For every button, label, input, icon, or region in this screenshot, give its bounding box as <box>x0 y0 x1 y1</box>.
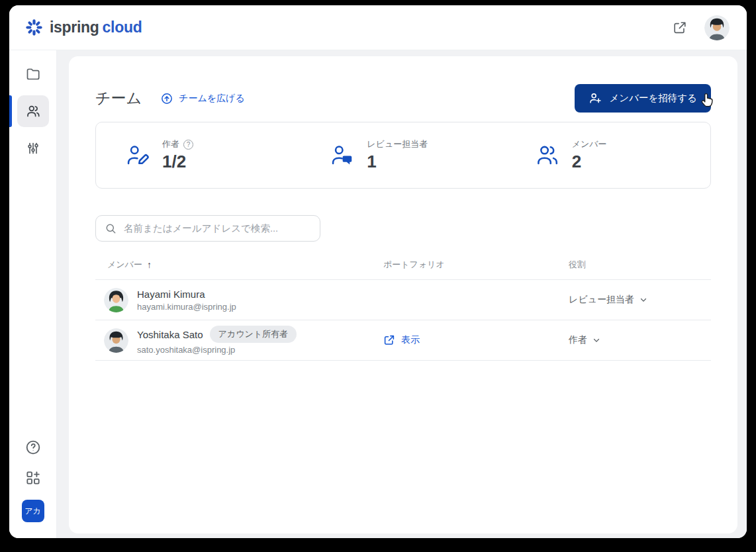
member-search-box <box>95 215 320 242</box>
help-icon[interactable] <box>24 439 42 456</box>
open-external-icon[interactable] <box>673 21 687 35</box>
stat-label: 作者 <box>162 138 179 150</box>
stat-value: 1/2 <box>162 152 193 172</box>
sidebar-item-settings[interactable] <box>17 132 49 164</box>
member-name: Yoshitaka Sato <box>137 329 203 340</box>
stat-reviewers: レビュー担当者 1 <box>301 138 505 172</box>
reviewer-icon <box>330 143 355 168</box>
ispring-flower-icon <box>25 19 43 36</box>
sliders-icon <box>25 140 41 156</box>
members-icon <box>535 143 560 168</box>
column-header-member[interactable]: メンバー ↑ <box>95 259 383 271</box>
app-window: ispringcloud <box>9 5 747 538</box>
open-external-icon <box>383 334 395 346</box>
expand-team-link[interactable]: チームを広げる <box>160 92 245 105</box>
stat-members: メンバー 2 <box>506 138 710 172</box>
search-icon <box>105 222 117 235</box>
account-badge[interactable]: アカ <box>22 500 44 522</box>
members-table: メンバー ↑ ポートフォリオ 役割 <box>95 253 711 361</box>
member-email: sato.yoshitaka@ispring.jp <box>137 345 297 355</box>
search-input[interactable] <box>124 223 311 234</box>
team-page-card: チーム チームを広げる <box>69 56 737 533</box>
content-area: チーム チームを広げる <box>57 50 747 538</box>
account-owner-badge: アカウント所有者 <box>210 326 297 343</box>
role-dropdown[interactable]: レビュー担当者 <box>569 294 711 306</box>
invite-members-button[interactable]: メンバーを招待する <box>575 84 711 113</box>
stat-value: 2 <box>572 152 607 172</box>
author-help-icon[interactable]: ? <box>183 140 193 150</box>
team-icon <box>25 103 41 119</box>
portfolio-view-link[interactable]: 表示 <box>383 334 569 346</box>
column-header-role: 役割 <box>569 259 711 271</box>
top-bar: ispringcloud <box>9 5 747 50</box>
screen: ispringcloud <box>0 0 756 552</box>
member-email: hayami.kimura@ispring.jp <box>137 302 236 312</box>
sidebar-item-content[interactable] <box>17 58 49 90</box>
folder-icon <box>25 66 41 82</box>
table-row: Yoshitaka Sato アカウント所有者 sato.yoshitaka@i… <box>95 320 711 361</box>
sidebar: アカ <box>9 50 57 538</box>
upgrade-circle-icon <box>160 92 173 105</box>
chevron-down-icon <box>639 296 647 304</box>
author-icon <box>125 143 150 168</box>
table-header: メンバー ↑ ポートフォリオ 役割 <box>95 253 711 280</box>
apps-add-icon[interactable] <box>24 469 42 486</box>
avatar <box>104 328 128 353</box>
ispring-cloud-logo[interactable]: ispringcloud <box>25 19 142 36</box>
active-nav-indicator <box>9 95 12 127</box>
stat-value: 1 <box>367 152 428 172</box>
user-avatar[interactable] <box>704 15 730 40</box>
column-header-portfolio: ポートフォリオ <box>383 259 569 271</box>
page-title: チーム <box>95 88 142 109</box>
person-add-icon <box>589 91 602 105</box>
stat-label: メンバー <box>572 138 607 150</box>
team-stats-card: 作者 ? 1/2 <box>95 122 711 189</box>
role-dropdown[interactable]: 作者 <box>569 334 711 346</box>
logo-text: ispringcloud <box>50 19 142 36</box>
sidebar-item-team[interactable] <box>17 95 49 127</box>
stat-label: レビュー担当者 <box>367 138 428 150</box>
member-name: Hayami Kimura <box>137 289 205 300</box>
stat-authors: 作者 ? 1/2 <box>96 138 301 172</box>
avatar <box>104 288 128 312</box>
table-row: Hayami Kimura hayami.kimura@ispring.jp レ… <box>95 280 711 320</box>
chevron-down-icon <box>592 336 600 344</box>
sort-ascending-icon: ↑ <box>147 259 152 270</box>
